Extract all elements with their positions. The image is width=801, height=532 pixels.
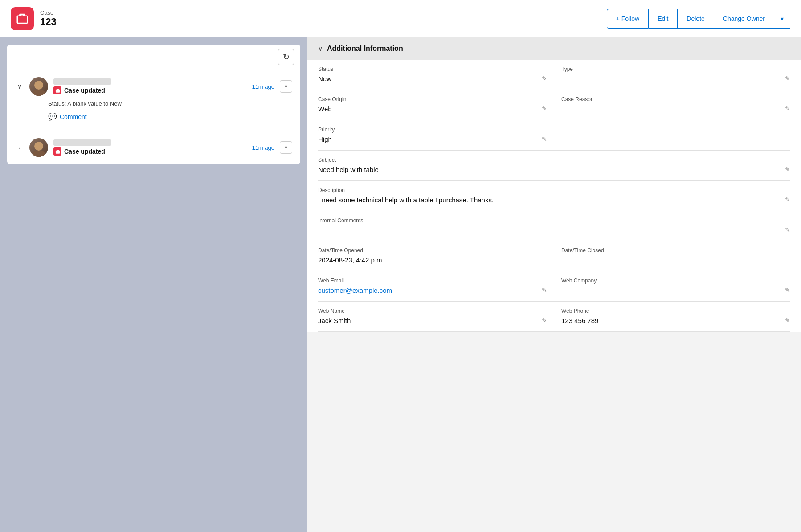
activity-item-header: › Case updated <box>15 138 292 157</box>
date-closed-value <box>561 255 790 264</box>
web-name-edit-icon[interactable]: ✎ <box>542 317 547 324</box>
additional-info-section-header[interactable]: ∨ Additional Information <box>307 37 801 60</box>
more-actions-dropdown[interactable]: ▾ <box>774 9 790 29</box>
case-reason-value <box>561 104 781 113</box>
case-event-icon <box>53 86 61 94</box>
status-value: New <box>318 74 538 83</box>
edit-button[interactable]: Edit <box>649 9 678 29</box>
internal-comments-value <box>318 225 781 234</box>
case-reason-field: Case Reason ✎ <box>554 90 790 120</box>
date-closed-label: Date/Time Closed <box>561 247 790 254</box>
web-phone-field: Web Phone 123 456 789 ✎ <box>554 302 790 332</box>
internal-comments-field: Internal Comments ✎ <box>318 211 790 241</box>
case-origin-label: Case Origin <box>318 96 547 102</box>
web-email-label: Web Email <box>318 278 547 284</box>
status-value-row: New ✎ <box>318 74 547 83</box>
activity-item-header: ∨ Case updated <box>15 77 292 96</box>
activity-status-text: Status: A blank value to New <box>48 100 292 107</box>
description-label: Description <box>318 187 790 193</box>
description-value: I need some technical help with a table … <box>318 195 781 205</box>
activity-item-dropdown[interactable]: ▾ <box>280 141 292 154</box>
priority-field: Priority High ✎ <box>318 120 554 151</box>
type-edit-icon[interactable]: ✎ <box>785 75 790 82</box>
web-email-edit-icon[interactable]: ✎ <box>542 286 547 294</box>
status-edit-icon[interactable]: ✎ <box>542 75 547 82</box>
comment-link[interactable]: 💬 Comment <box>48 112 87 121</box>
case-origin-value: Web <box>318 104 538 114</box>
internal-comments-value-row: ✎ <box>318 225 790 234</box>
web-company-value <box>561 286 781 295</box>
type-field: Type ✎ <box>554 60 790 90</box>
date-opened-label: Date/Time Opened <box>318 247 547 254</box>
description-edit-icon[interactable]: ✎ <box>785 196 790 203</box>
subject-value: Need help with table <box>318 165 781 174</box>
chevron-down-icon: ∨ <box>318 45 323 52</box>
case-reason-edit-icon[interactable]: ✎ <box>785 105 790 112</box>
web-company-field: Web Company ✎ <box>554 271 790 302</box>
date-closed-value-row <box>561 255 790 264</box>
activity-event: Case updated <box>53 86 246 94</box>
case-event-icon <box>53 147 61 156</box>
web-name-value: Jack Smith <box>318 316 538 325</box>
fields-grid: Status New ✎ Type ✎ Case Origin Web <box>307 60 801 332</box>
activity-item: ∨ Case updated <box>7 70 300 131</box>
comment-label: Comment <box>60 113 87 120</box>
case-origin-field: Case Origin Web ✎ <box>318 90 554 120</box>
web-company-value-row: ✎ <box>561 286 790 295</box>
priority-value-row: High ✎ <box>318 135 547 144</box>
web-name-field: Web Name Jack Smith ✎ <box>318 302 554 332</box>
priority-edit-icon[interactable]: ✎ <box>542 135 547 143</box>
description-value-row: I need some technical help with a table … <box>318 195 790 205</box>
user-name-blur <box>53 139 111 146</box>
priority-value: High <box>318 135 538 144</box>
date-opened-field: Date/Time Opened 2024-08-23, 4:42 p.m. <box>318 241 554 271</box>
web-company-edit-icon[interactable]: ✎ <box>785 286 790 294</box>
avatar <box>29 77 48 96</box>
activity-name-row: Case updated <box>53 139 246 156</box>
activity-event-label: Case updated <box>64 148 105 155</box>
description-field: Description I need some technical help w… <box>318 181 790 211</box>
web-company-label: Web Company <box>561 278 790 284</box>
subject-value-row: Need help with table ✎ <box>318 165 790 174</box>
toggle-expand-icon[interactable]: › <box>15 143 24 152</box>
activity-body: Status: A blank value to New 💬 Comment <box>15 96 292 123</box>
user-name-blur <box>53 78 111 85</box>
case-reason-label: Case Reason <box>561 96 790 102</box>
detail-panel: ∨ Additional Information Status New ✎ Ty… <box>307 37 801 532</box>
activity-card: ↻ ∨ <box>7 45 300 164</box>
refresh-button[interactable]: ↻ <box>278 49 294 65</box>
change-owner-button[interactable]: Change Owner <box>714 9 774 29</box>
activity-item-dropdown[interactable]: ▾ <box>280 80 292 93</box>
web-phone-edit-icon[interactable]: ✎ <box>785 317 790 324</box>
web-email-value-row: customer@example.com ✎ <box>318 286 547 295</box>
case-reason-value-row: ✎ <box>561 104 790 113</box>
status-field: Status New ✎ <box>318 60 554 90</box>
refresh-bar: ↻ <box>7 45 300 70</box>
web-name-value-row: Jack Smith ✎ <box>318 316 547 325</box>
web-phone-label: Web Phone <box>561 308 790 314</box>
date-opened-value-row: 2024-08-23, 4:42 p.m. <box>318 255 547 265</box>
header-actions: + Follow Edit Delete Change Owner ▾ <box>607 9 790 29</box>
case-number: 123 <box>40 16 57 28</box>
delete-button[interactable]: Delete <box>678 9 714 29</box>
web-phone-value-row: 123 456 789 ✎ <box>561 316 790 325</box>
internal-comments-edit-icon[interactable]: ✎ <box>785 226 790 233</box>
case-label: Case <box>40 9 57 16</box>
header-title-block: Case 123 <box>40 9 57 28</box>
subject-edit-icon[interactable]: ✎ <box>785 166 790 173</box>
case-origin-edit-icon[interactable]: ✎ <box>542 105 547 112</box>
web-name-label: Web Name <box>318 308 547 314</box>
internal-comments-label: Internal Comments <box>318 217 790 224</box>
main-layout: ↻ ∨ <box>0 37 801 532</box>
priority-label: Priority <box>318 127 547 133</box>
toggle-expand-icon[interactable]: ∨ <box>15 82 24 91</box>
priority-right-placeholder <box>554 120 790 151</box>
activity-name-row: Case updated <box>53 78 246 94</box>
activity-time: 11m ago <box>252 144 274 151</box>
web-phone-value: 123 456 789 <box>561 316 781 325</box>
follow-button[interactable]: + Follow <box>607 9 649 29</box>
web-email-field: Web Email customer@example.com ✎ <box>318 271 554 302</box>
web-email-value[interactable]: customer@example.com <box>318 286 538 295</box>
date-closed-field: Date/Time Closed <box>554 241 790 271</box>
activity-item: › Case updated <box>7 131 300 164</box>
